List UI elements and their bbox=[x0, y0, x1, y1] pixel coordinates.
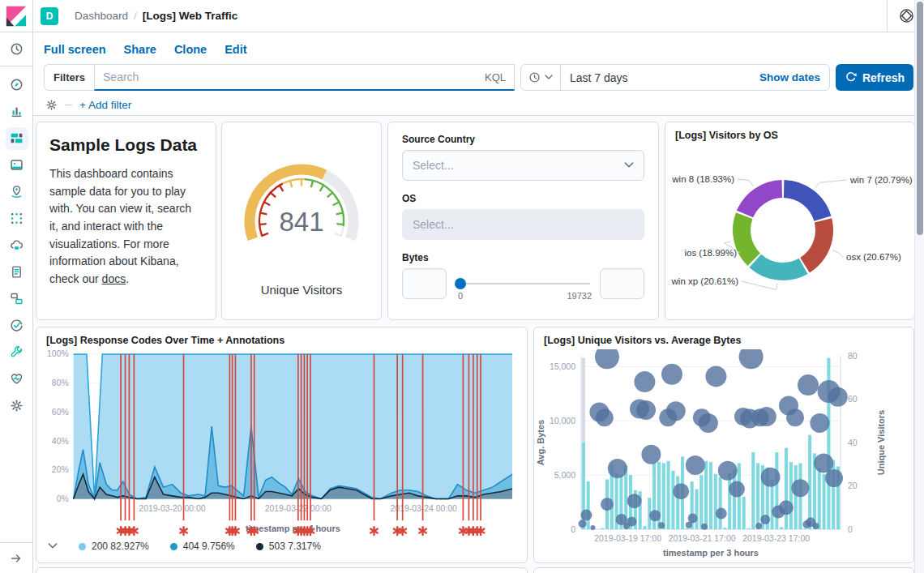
filter-bar: + Add filter bbox=[45, 99, 913, 111]
scrollbar-thumb[interactable] bbox=[917, 2, 923, 235]
svg-text:10,000: 10,000 bbox=[550, 416, 575, 425]
legend-dot bbox=[256, 543, 263, 550]
cloud-icon bbox=[10, 238, 24, 252]
sidebar-item-dev-tools[interactable] bbox=[0, 339, 33, 366]
svg-text:20: 20 bbox=[848, 481, 858, 490]
legend-item-200[interactable]: 200 82.927% bbox=[79, 541, 149, 552]
breadcrumb-dashboard[interactable]: Dashboard bbox=[75, 10, 128, 22]
compass-icon bbox=[10, 78, 24, 92]
search-input[interactable] bbox=[103, 71, 478, 83]
svg-text:5,000: 5,000 bbox=[554, 470, 575, 480]
breadcrumb: Dashboard / [Logs] Web Traffic bbox=[75, 10, 237, 22]
gauge-chart[interactable]: 841 bbox=[225, 153, 379, 265]
svg-text:80: 80 bbox=[848, 351, 858, 361]
refresh-button[interactable]: Refresh bbox=[836, 64, 913, 91]
time-range-value[interactable]: Last 7 days bbox=[561, 71, 637, 84]
svg-text:ios (18.99%): ios (18.99%) bbox=[684, 248, 737, 258]
sidebar-item-discover[interactable] bbox=[0, 71, 33, 98]
sidebar-item-infrastructure[interactable] bbox=[0, 232, 33, 259]
help-icon[interactable] bbox=[899, 8, 914, 24]
bytes-slider-handle[interactable] bbox=[455, 278, 466, 289]
legend-collapse-chevron-icon[interactable] bbox=[48, 543, 58, 549]
breadcrumb-separator: / bbox=[134, 10, 137, 22]
chevron-down-icon bbox=[624, 162, 634, 169]
svg-text:0%: 0% bbox=[57, 494, 69, 503]
svg-text:60%: 60% bbox=[52, 408, 69, 417]
panel-controls: Source Country Select... OS Select... By… bbox=[387, 122, 659, 320]
logs-document-icon bbox=[10, 265, 24, 279]
svg-text:0: 0 bbox=[571, 524, 575, 534]
markdown-body: This dashboard contains sample data for … bbox=[49, 165, 203, 289]
svg-text:40%: 40% bbox=[52, 437, 69, 446]
bytes-min-input[interactable] bbox=[402, 268, 447, 299]
svg-text:timestamp per 4 hours: timestamp per 4 hours bbox=[246, 524, 340, 533]
add-filter-link[interactable]: + Add filter bbox=[79, 99, 131, 111]
share-link[interactable]: Share bbox=[124, 43, 156, 56]
legend-dot bbox=[79, 543, 86, 550]
donut-chart[interactable]: win 7 (20.79%)osx (20.67%)win xp (20.61%… bbox=[665, 144, 914, 317]
svg-text:Unique Visitors: Unique Visitors bbox=[876, 410, 886, 475]
svg-text:osx (20.67%): osx (20.67%) bbox=[846, 252, 901, 262]
edit-link[interactable]: Edit bbox=[225, 43, 246, 56]
filter-options-gear-icon[interactable] bbox=[45, 99, 58, 111]
markdown-title: Sample Logs Data bbox=[49, 135, 203, 155]
panel-title: [Logs] Visitors by OS bbox=[665, 122, 914, 144]
sidebar-item-dashboard[interactable] bbox=[0, 125, 33, 152]
heart-pulse-icon bbox=[10, 372, 24, 386]
os-label: OS bbox=[402, 193, 644, 204]
page-scrollbar bbox=[914, 0, 924, 573]
svg-text:2019-03-20 00:00: 2019-03-20 00:00 bbox=[139, 504, 205, 513]
legend-item-503[interactable]: 503 7.317% bbox=[256, 541, 321, 552]
os-select[interactable]: Select... bbox=[402, 209, 644, 240]
svg-text:win 7 (20.79%): win 7 (20.79%) bbox=[849, 175, 913, 185]
svg-text:15,000: 15,000 bbox=[550, 361, 575, 371]
sidebar-item-uptime[interactable] bbox=[0, 312, 33, 339]
sidebar-item-management[interactable] bbox=[0, 392, 33, 419]
search-box: KQL bbox=[94, 64, 515, 91]
bytes-max-input[interactable] bbox=[600, 268, 644, 299]
refresh-icon bbox=[845, 71, 857, 83]
svg-text:2019-03-24 00:00: 2019-03-24 00:00 bbox=[391, 504, 457, 513]
bar-bubble-chart[interactable]: 15,00010,0005,00008060402002019-03-19 17… bbox=[534, 349, 903, 562]
sidebar-item-recent[interactable] bbox=[0, 32, 33, 66]
clock-icon bbox=[528, 71, 541, 83]
panel-visitors-by-os: [Logs] Visitors by OS win 7 (20.79%)osx … bbox=[665, 122, 915, 320]
sidebar-item-apm[interactable] bbox=[0, 285, 33, 312]
bytes-slider-track[interactable] bbox=[460, 283, 590, 284]
svg-text:win xp (20.61%): win xp (20.61%) bbox=[671, 276, 739, 286]
kql-toggle[interactable]: KQL bbox=[485, 71, 506, 83]
show-dates-link[interactable]: Show dates bbox=[759, 71, 829, 83]
uptime-check-icon bbox=[10, 319, 24, 332]
clone-link[interactable]: Clone bbox=[174, 43, 207, 56]
legend-item-404[interactable]: 404 9.756% bbox=[170, 541, 235, 552]
chart-legend: 200 82.927% 404 9.756% 503 7.317% bbox=[36, 539, 527, 552]
space-badge[interactable]: D bbox=[41, 7, 58, 25]
apm-nodes-icon bbox=[10, 292, 24, 306]
svg-text:20%: 20% bbox=[52, 465, 69, 474]
sidebar-item-machine-learning[interactable] bbox=[0, 205, 33, 232]
kibana-logo-button[interactable] bbox=[0, 0, 33, 32]
panel-next-row-right bbox=[533, 567, 914, 573]
sidebar-item-stack-monitoring[interactable] bbox=[0, 366, 33, 392]
legend-dot bbox=[170, 543, 178, 550]
svg-text:80%: 80% bbox=[52, 378, 69, 387]
sidebar-item-maps[interactable] bbox=[0, 178, 33, 205]
panel-visitors-vs-bytes: [Logs] Unique Visitors vs. Average Bytes… bbox=[533, 327, 914, 563]
clock-icon bbox=[10, 42, 24, 56]
bytes-slider-min: 0 bbox=[458, 291, 463, 301]
filters-button[interactable]: Filters bbox=[44, 64, 94, 91]
bar-chart-icon bbox=[10, 105, 24, 118]
kibana-logo-icon bbox=[6, 6, 27, 27]
full-screen-link[interactable]: Full screen bbox=[44, 43, 106, 56]
map-pin-icon bbox=[10, 185, 24, 199]
area-chart[interactable]: 100%80%60%40%20%0%2019-03-20 00:002019-0… bbox=[36, 349, 519, 539]
time-quick-select-button[interactable] bbox=[521, 65, 561, 90]
docs-link[interactable]: docs bbox=[102, 272, 126, 285]
top-header: D Dashboard / [Logs] Web Traffic bbox=[0, 0, 924, 32]
sidebar-item-canvas[interactable] bbox=[0, 152, 33, 178]
dashboard-icon bbox=[10, 131, 24, 145]
sidebar-collapse-button[interactable] bbox=[0, 542, 32, 573]
sidebar-item-visualize[interactable] bbox=[0, 98, 33, 125]
sidebar-item-logs[interactable] bbox=[0, 259, 33, 285]
source-country-select[interactable]: Select... bbox=[402, 150, 644, 181]
